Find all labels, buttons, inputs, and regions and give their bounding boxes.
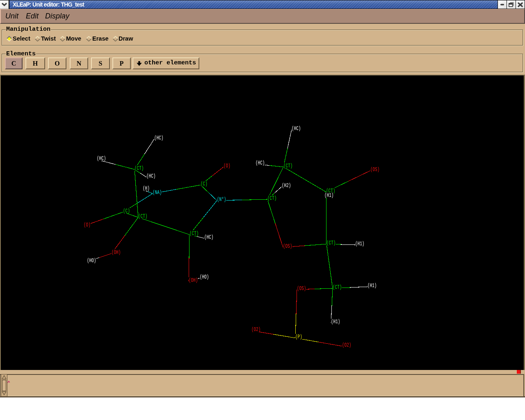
svg-text:(OH): (OH) — [112, 249, 121, 256]
svg-text:(H1): (H1) — [324, 192, 333, 199]
svg-text:(OS): (OS) — [297, 285, 306, 292]
svg-text:(HC): (HC) — [97, 155, 106, 162]
svg-text:(CT): (CT) — [189, 231, 199, 237]
svg-text:(H2): (H2) — [282, 183, 291, 189]
svg-text:(HC): (HC) — [154, 135, 163, 142]
svg-text:(P): (P) — [295, 334, 302, 340]
svg-text:(C): (C) — [201, 181, 208, 187]
svg-text:(O2): (O2) — [342, 342, 351, 349]
svg-text:(HC): (HC) — [204, 234, 213, 241]
svg-text:(H1): (H1) — [355, 241, 364, 247]
svg-text:(H): (H) — [143, 185, 150, 192]
svg-text:(NA): (NA) — [153, 189, 162, 196]
svg-text:(HC): (HC) — [292, 126, 301, 132]
svg-text:(O): (O) — [84, 222, 91, 228]
svg-text:(CT): (CT) — [138, 213, 147, 220]
svg-text:(HO): (HO) — [87, 258, 96, 264]
svg-text:(H1): (H1) — [368, 283, 377, 289]
svg-text:(HC): (HC) — [146, 173, 155, 180]
svg-text:(CT): (CT) — [283, 163, 292, 169]
svg-text:(OS): (OS) — [283, 243, 292, 250]
svg-text:(CT): (CT) — [333, 284, 342, 291]
svg-text:(O2): (O2) — [251, 326, 260, 333]
svg-text:(N*): (N*) — [217, 196, 226, 203]
svg-text:(OS): (OS) — [370, 167, 379, 173]
svg-text:(CT): (CT) — [135, 165, 144, 172]
svg-text:(CT): (CT) — [326, 240, 336, 247]
svg-text:(CT): (CT) — [267, 195, 276, 202]
svg-text:(C): (C) — [123, 208, 130, 215]
svg-text:(O): (O) — [224, 163, 231, 169]
svg-text:(HO): (HO) — [200, 274, 209, 281]
svg-text:(OH): (OH) — [189, 277, 198, 284]
svg-text:(HC): (HC) — [256, 160, 265, 167]
svg-text:(H1): (H1) — [331, 319, 340, 325]
